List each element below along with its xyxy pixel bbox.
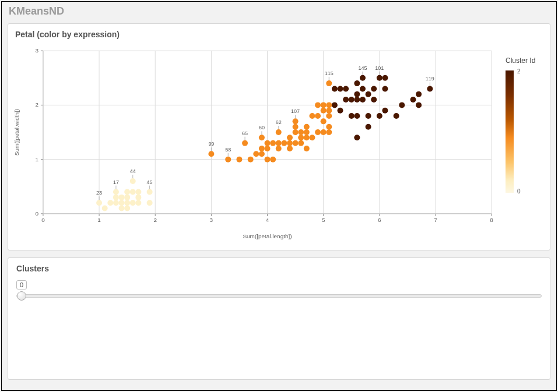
data-point[interactable] (315, 102, 321, 108)
data-point[interactable] (309, 113, 315, 119)
data-point[interactable] (253, 151, 259, 157)
data-point[interactable] (326, 113, 332, 119)
data-point[interactable] (281, 140, 287, 146)
data-point[interactable] (287, 135, 293, 140)
data-point[interactable] (354, 91, 360, 97)
data-point[interactable] (113, 195, 119, 200)
data-point[interactable] (338, 86, 343, 91)
data-point[interactable] (259, 151, 265, 157)
data-point[interactable] (135, 195, 141, 200)
data-point[interactable] (354, 80, 360, 86)
data-point[interactable] (304, 129, 310, 135)
data-point[interactable] (315, 113, 321, 119)
data-point[interactable] (259, 135, 265, 140)
data-point[interactable] (360, 86, 366, 91)
data-point[interactable] (293, 140, 299, 146)
data-point[interactable] (265, 146, 271, 151)
data-point[interactable] (265, 140, 271, 146)
data-point[interactable] (315, 129, 321, 135)
data-point[interactable] (309, 135, 315, 140)
data-point[interactable] (130, 189, 136, 195)
data-point[interactable] (382, 86, 388, 91)
data-point[interactable] (135, 189, 141, 195)
data-point[interactable] (321, 118, 327, 124)
data-point[interactable] (326, 102, 332, 108)
data-point[interactable] (119, 206, 125, 211)
data-point[interactable] (360, 97, 366, 103)
data-point[interactable] (124, 200, 130, 206)
data-point[interactable] (427, 86, 433, 91)
data-point[interactable] (343, 97, 349, 103)
data-point[interactable] (293, 118, 299, 124)
data-point[interactable] (102, 206, 108, 211)
data-point[interactable] (321, 102, 327, 108)
data-point[interactable] (382, 75, 388, 81)
data-point[interactable] (332, 86, 338, 91)
data-point[interactable] (259, 146, 265, 151)
data-point[interactable] (410, 97, 416, 103)
data-point[interactable] (298, 129, 304, 135)
data-point[interactable] (354, 97, 360, 103)
data-point[interactable] (242, 140, 248, 146)
data-point[interactable] (276, 129, 282, 135)
data-point[interactable] (326, 124, 332, 130)
data-point[interactable] (304, 124, 310, 130)
data-point[interactable] (321, 108, 327, 114)
data-point[interactable] (130, 178, 136, 184)
data-point[interactable] (135, 200, 141, 206)
data-point[interactable] (338, 108, 343, 114)
data-point[interactable] (354, 113, 360, 119)
data-point[interactable] (293, 129, 299, 135)
data-point[interactable] (96, 200, 102, 206)
data-point[interactable] (382, 108, 388, 114)
data-point[interactable] (377, 75, 382, 81)
data-point[interactable] (326, 80, 332, 86)
data-point[interactable] (119, 195, 125, 200)
data-point[interactable] (287, 140, 293, 146)
data-point[interactable] (326, 108, 332, 114)
data-point[interactable] (276, 140, 282, 146)
data-point[interactable] (147, 200, 153, 206)
data-point[interactable] (276, 146, 282, 151)
data-point[interactable] (147, 189, 153, 195)
data-point[interactable] (248, 157, 254, 163)
data-point[interactable] (377, 113, 382, 119)
data-point[interactable] (304, 135, 310, 140)
data-point[interactable] (360, 75, 366, 81)
chart-body[interactable]: 0123456780123Sum([petal.length])Sum([pet… (8, 39, 550, 243)
data-point[interactable] (225, 157, 231, 163)
data-point[interactable] (354, 135, 360, 140)
data-point[interactable] (366, 124, 371, 130)
data-point[interactable] (349, 97, 355, 103)
data-point[interactable] (416, 102, 422, 108)
data-point[interactable] (371, 97, 377, 103)
data-point[interactable] (119, 200, 125, 206)
data-point[interactable] (304, 146, 310, 151)
clusters-slider[interactable] (16, 293, 542, 299)
data-point[interactable] (130, 200, 136, 206)
data-point[interactable] (293, 124, 299, 130)
data-point[interactable] (265, 157, 271, 163)
data-point[interactable] (366, 91, 371, 97)
data-point[interactable] (326, 129, 332, 135)
data-point[interactable] (287, 146, 293, 151)
data-point[interactable] (366, 113, 371, 119)
data-point[interactable] (416, 91, 422, 97)
data-point[interactable] (394, 113, 399, 119)
data-point[interactable] (349, 113, 355, 119)
data-point[interactable] (298, 140, 304, 146)
data-point[interactable] (321, 129, 327, 135)
data-point[interactable] (124, 189, 130, 195)
data-point[interactable] (124, 206, 130, 211)
data-point[interactable] (113, 189, 119, 195)
data-point[interactable] (371, 86, 377, 91)
data-point[interactable] (343, 86, 349, 91)
data-point[interactable] (298, 135, 304, 140)
data-point[interactable] (107, 200, 113, 206)
data-point[interactable] (236, 157, 242, 163)
data-point[interactable] (208, 151, 214, 157)
data-point[interactable] (332, 102, 338, 108)
data-point[interactable] (113, 200, 119, 206)
data-point[interactable] (399, 102, 405, 108)
data-point[interactable] (124, 195, 130, 200)
